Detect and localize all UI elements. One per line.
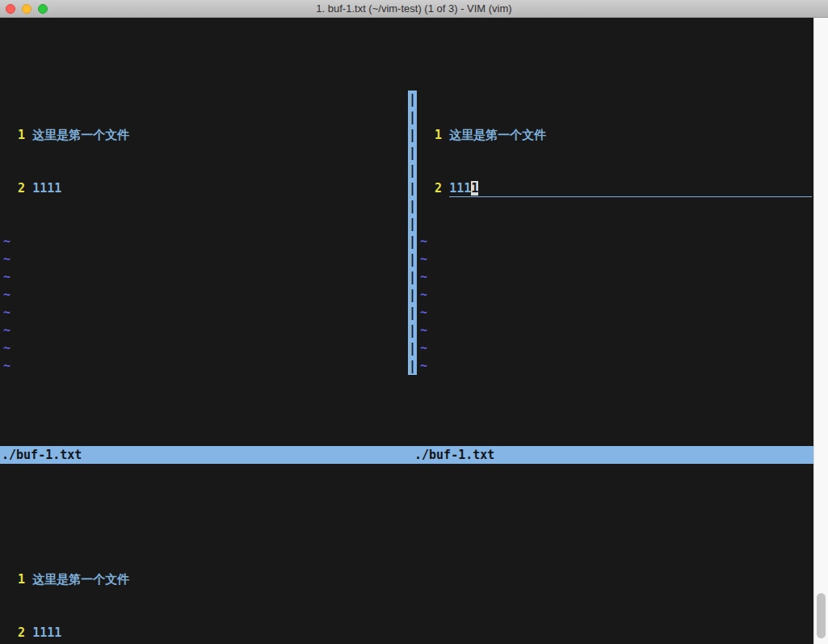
buffer-line: 1 这里是第一个文件 <box>0 570 813 588</box>
tilde-line: ~ <box>417 357 813 375</box>
tilde-line: ~ <box>0 357 408 375</box>
scrollbar-thumb[interactable] <box>817 593 826 638</box>
zoom-button[interactable] <box>38 4 48 14</box>
text-cursor: 1 <box>471 181 478 196</box>
traffic-lights <box>6 4 48 14</box>
window-title: 1. buf-1.txt (~/vim-test) (1 of 3) - VIM… <box>316 2 511 15</box>
separator-glyph: | <box>408 268 417 286</box>
statusbar-filename-left: ./buf-1.txt <box>0 446 413 464</box>
separator-glyph: | <box>408 144 417 162</box>
separator-glyph: | <box>408 215 417 233</box>
tilde-line: ~ <box>417 268 813 286</box>
minimize-button[interactable] <box>22 4 32 14</box>
line-text: 1111 <box>32 625 61 640</box>
vim-terminal: 1 这里是第一个文件 2 1111 ~~~~~~~~~~~~~~ |||||||… <box>0 18 813 644</box>
close-button[interactable] <box>6 4 15 14</box>
separator-glyph: | <box>408 357 417 375</box>
buffer-line: 1 这里是第一个文件 <box>417 126 813 144</box>
separator-glyph: | <box>408 304 417 322</box>
tilde-line: ~ <box>0 268 408 286</box>
tilde-line: ~ <box>0 233 408 250</box>
statusbar-filename-right: ./buf-1.txt <box>413 446 813 464</box>
tilde-line: ~ <box>417 233 813 250</box>
buffer-line: 2 1111 <box>0 624 813 642</box>
separator-glyph: | <box>408 162 417 179</box>
buffer-line-active: 2 1111 <box>417 179 813 197</box>
editor-pane-top-right[interactable]: 1 这里是第一个文件 2 1111 ~~~~~~~~~~~~~~ <box>417 90 813 375</box>
separator-glyph: | <box>408 90 417 108</box>
empty-lines: ~~~~~~~~~~~~~~ <box>417 233 813 375</box>
separator-glyph: | <box>408 322 417 339</box>
tilde-line: ~ <box>0 250 408 268</box>
separator-glyph: | <box>408 286 417 304</box>
tilde-line: ~ <box>417 339 813 357</box>
line-text: 1111 <box>32 181 61 196</box>
line-text: 这里是第一个文件 <box>32 572 129 587</box>
window-titlebar: 1. buf-1.txt (~/vim-test) (1 of 3) - VIM… <box>0 0 828 18</box>
tilde-line: ~ <box>0 322 408 339</box>
vertical-split-separator[interactable]: |||||||||||||||| <box>408 90 417 375</box>
line-number: 2 <box>420 181 449 196</box>
statusbar-top[interactable]: ./buf-1.txt ./buf-1.txt <box>0 446 813 464</box>
line-text: 111 <box>449 181 471 196</box>
tilde-line: ~ <box>417 286 813 304</box>
line-number: 1 <box>420 128 449 142</box>
cursorline-underline <box>449 196 812 197</box>
separator-glyph: | <box>408 339 417 357</box>
top-split-region: 1 这里是第一个文件 2 1111 ~~~~~~~~~~~~~~ |||||||… <box>0 90 813 375</box>
buffer-line: 2 1111 <box>0 179 408 197</box>
separator-glyph: | <box>408 126 417 144</box>
line-number: 1 <box>3 572 32 587</box>
tilde-line: ~ <box>417 250 813 268</box>
tilde-line: ~ <box>417 304 813 322</box>
editor-pane-top-left[interactable]: 1 这里是第一个文件 2 1111 ~~~~~~~~~~~~~~ <box>0 90 408 375</box>
tilde-line: ~ <box>417 322 813 339</box>
editor-pane-bottom[interactable]: 1 这里是第一个文件 2 1111 ~~~~~~~~~~~~~~ <box>0 535 813 644</box>
scrollbar-track[interactable] <box>813 18 828 644</box>
separator-glyph: | <box>408 197 417 215</box>
tilde-line: ~ <box>0 339 408 357</box>
line-text: 这里是第一个文件 <box>32 128 129 142</box>
tilde-line: ~ <box>0 286 408 304</box>
line-number: 1 <box>3 128 32 142</box>
separator-glyph: | <box>408 250 417 268</box>
line-number: 2 <box>3 625 32 640</box>
separator-glyph: | <box>408 179 417 197</box>
separator-glyph: | <box>408 233 417 250</box>
line-number: 2 <box>3 181 32 196</box>
tilde-line: ~ <box>0 304 408 322</box>
buffer-line: 1 这里是第一个文件 <box>0 126 408 144</box>
separator-glyph: | <box>408 108 417 126</box>
empty-lines: ~~~~~~~~~~~~~~ <box>0 233 408 375</box>
line-text: 这里是第一个文件 <box>449 128 546 142</box>
